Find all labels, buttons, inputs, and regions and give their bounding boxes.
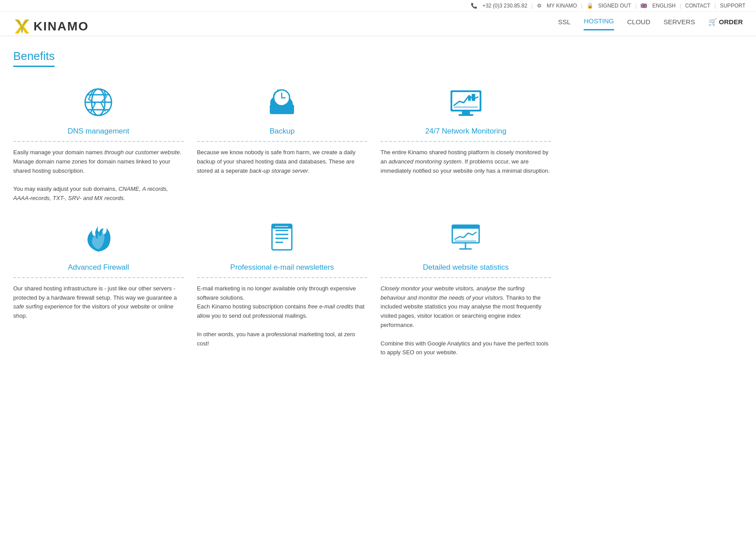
monitoring-title: 24/7 Network Monitoring bbox=[425, 127, 506, 136]
benefit-card-monitoring: 24/7 Network Monitoring The entire Kinam… bbox=[380, 85, 551, 203]
backup-desc: Because we know nobody is safe from harm… bbox=[197, 148, 368, 175]
monitoring-desc: The entire Kinamo shared hosting platfor… bbox=[380, 148, 551, 175]
settings-icon: ⚙ bbox=[537, 3, 542, 9]
top-bar: 📞 +32 (0)3 230.85.82 | ⚙ MY KINAMO | 🔒 S… bbox=[0, 0, 756, 12]
firewall-desc: Our shared hosting infrastructure is - j… bbox=[13, 284, 184, 321]
flag-icon: 🇬🇧 bbox=[641, 3, 647, 9]
language-selector[interactable]: ENGLISH bbox=[652, 3, 676, 9]
logo-text: KINAMO bbox=[34, 19, 89, 33]
benefit-card-dns: DNS management Easily manage your domain… bbox=[13, 85, 184, 203]
nav-hosting[interactable]: HOSTING bbox=[584, 17, 614, 30]
phone-icon: 📞 bbox=[471, 3, 477, 9]
benefit-card-email: Professional e-mail newsletters E-mail m… bbox=[197, 221, 368, 357]
page-title: Benefits bbox=[13, 49, 55, 67]
signed-out-icon: 🔒 bbox=[587, 3, 593, 9]
dns-desc: Easily manage your domain names through … bbox=[13, 148, 184, 203]
nav-order[interactable]: 🛒 ORDER bbox=[708, 18, 743, 30]
firewall-title: Advanced Firewall bbox=[68, 263, 129, 272]
page-content: Benefits DNS management Ea bbox=[0, 36, 564, 375]
statistics-divider bbox=[380, 277, 551, 278]
benefit-card-backup: Backup Because we know nobody is safe fr… bbox=[197, 85, 368, 203]
main-nav: SSL HOSTING CLOUD SERVERS 🛒 ORDER bbox=[558, 17, 743, 36]
my-kinamo-link[interactable]: MY KINAMO bbox=[547, 3, 577, 9]
phone-number: +32 (0)3 230.85.82 bbox=[482, 3, 527, 9]
monitoring-icon bbox=[446, 85, 486, 120]
logo[interactable]: KINAMO bbox=[13, 18, 89, 35]
nav-servers[interactable]: SERVERS bbox=[663, 18, 695, 30]
nav-cloud[interactable]: CLOUD bbox=[627, 18, 651, 30]
email-desc: E-mail marketing is no longer available … bbox=[197, 284, 368, 349]
nav-ssl[interactable]: SSL bbox=[558, 18, 570, 30]
email-divider bbox=[197, 277, 368, 278]
benefit-card-firewall: Advanced Firewall Our shared hosting inf… bbox=[13, 221, 184, 357]
svg-rect-17 bbox=[458, 114, 473, 116]
logo-icon bbox=[13, 18, 31, 35]
cart-icon: 🛒 bbox=[708, 18, 717, 26]
contact-link[interactable]: CONTACT bbox=[685, 3, 710, 9]
statistics-title: Detailed website statistics bbox=[423, 263, 509, 272]
signed-out-link[interactable]: SIGNED OUT bbox=[598, 3, 631, 9]
svg-rect-28 bbox=[452, 225, 479, 229]
backup-title: Backup bbox=[270, 127, 295, 136]
svg-rect-19 bbox=[468, 96, 471, 101]
benefits-grid: DNS management Easily manage your domain… bbox=[13, 85, 551, 357]
backup-icon bbox=[262, 85, 302, 120]
dns-icon bbox=[78, 85, 118, 120]
dns-divider bbox=[13, 141, 184, 142]
backup-divider bbox=[197, 141, 368, 142]
support-link[interactable]: SUPPORT bbox=[720, 3, 745, 9]
email-icon bbox=[262, 221, 302, 256]
statistics-icon bbox=[446, 221, 486, 256]
firewall-divider bbox=[13, 277, 184, 278]
firewall-icon bbox=[78, 221, 118, 256]
svg-rect-18 bbox=[472, 94, 475, 101]
statistics-desc: Closely monitor your website visitors, a… bbox=[380, 284, 551, 357]
monitoring-divider bbox=[380, 141, 551, 142]
dns-title: DNS management bbox=[67, 127, 129, 136]
header: KINAMO SSL HOSTING CLOUD SERVERS 🛒 ORDER bbox=[0, 12, 756, 36]
benefit-card-statistics: Detailed website statistics Closely moni… bbox=[380, 221, 551, 357]
svg-rect-16 bbox=[462, 111, 470, 114]
email-title: Professional e-mail newsletters bbox=[230, 263, 334, 272]
